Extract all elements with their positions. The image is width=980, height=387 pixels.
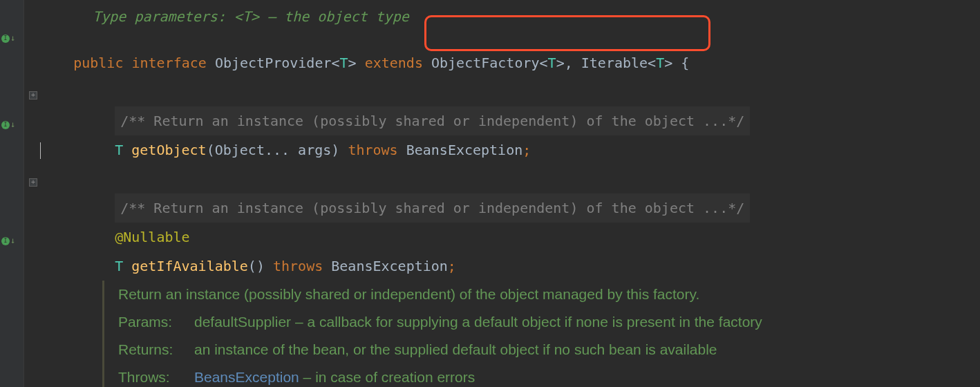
implements-icon[interactable]: I — [1, 35, 10, 43]
blank-line — [40, 48, 980, 77]
blank-line — [40, 252, 980, 281]
comment-line: Type parameters: <T> – the object type — [40, 0, 980, 10]
method-signature: T getObject(Object... args) throws Beans… — [40, 106, 980, 135]
editor-gutter: I ↓ I ↓ I ↓ — [0, 0, 24, 387]
doc-throws-label: Throws: — [118, 364, 194, 387]
method-signature: T getIfAvailable() throws BeansException… — [40, 223, 980, 252]
caret-icon — [40, 142, 41, 159]
doc-returns-label: Returns: — [118, 336, 194, 364]
javadoc-line: /** Return an instance (possibly shared … — [40, 77, 980, 106]
implements-icon[interactable]: I — [1, 121, 10, 129]
declaration-line: public interface ObjectProvider<T> exten… — [40, 19, 980, 48]
doc-params-text: defaultSupplier – a callback for supplyi… — [194, 314, 762, 330]
implements-icon[interactable]: I — [1, 237, 10, 245]
override-arrow-icon[interactable]: ↓ — [10, 236, 15, 245]
annotation-line: @Nullable — [40, 194, 980, 223]
override-arrow-icon[interactable]: ↓ — [10, 120, 15, 129]
doc-throws-text: – in case of creation errors — [299, 369, 475, 385]
doc-returns-text: an instance of the bean, or the supplied… — [194, 341, 717, 357]
code-editor[interactable]: Type parameters: <T> – the object type p… — [40, 0, 980, 387]
fold-toggle-icon[interactable]: + — [29, 178, 37, 187]
caret-line — [40, 135, 980, 164]
doc-throws-link[interactable]: BeansException — [194, 369, 299, 385]
javadoc-line: /** Return an instance (possibly shared … — [40, 164, 980, 194]
rendered-javadoc: Return an instance (possibly shared or i… — [102, 281, 980, 387]
fold-toggle-icon[interactable]: + — [29, 91, 37, 100]
override-arrow-icon[interactable]: ↓ — [10, 33, 15, 43]
doc-params-label: Params: — [118, 308, 194, 336]
doc-summary: Return an instance (possibly shared or i… — [118, 281, 980, 308]
